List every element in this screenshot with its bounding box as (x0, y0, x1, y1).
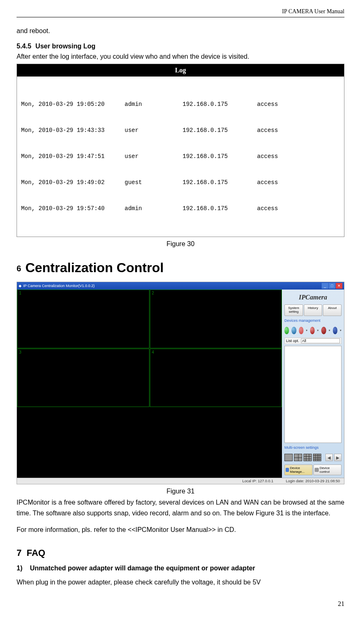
status-login-date: Login date: 2010-03-29 21:08:50 (286, 479, 340, 483)
section-6-heading: 6Centralization Control (17, 260, 344, 275)
video-cell-2[interactable]: 2 (150, 290, 282, 348)
faq-1-heading: 1)Unmatched power adapter will damage th… (17, 565, 344, 572)
settings-icon[interactable] (333, 327, 337, 334)
faq-1-text: When plug in the power adapter, please c… (17, 577, 344, 588)
section-7-num: 7 (17, 548, 22, 558)
faq-1-title: Unmatched power adapter will damage the … (30, 565, 255, 572)
log-body: Mon, 2010-03-29 19:05:20admin192.168.0.1… (17, 77, 344, 237)
sidebar: IPCamera System setting History About De… (282, 290, 344, 478)
device-list[interactable] (284, 346, 342, 443)
video-grid: 1 2 3 4 (17, 290, 282, 478)
history-button[interactable]: History (304, 304, 322, 316)
devices-management-label: Devices management (284, 318, 342, 323)
list-opt-select[interactable]: All (301, 338, 340, 343)
log-row: Mon, 2010-03-29 19:57:40admin192.168.0.1… (21, 204, 340, 213)
list-opt-row: List opt. All (284, 338, 342, 344)
subsection-545-text: After enter the log interface, you could… (17, 51, 344, 62)
subsection-545-heading: 5.4.5User browsing Log (17, 43, 344, 50)
ipc-paragraph-2: For more information, pls. refer to the … (17, 524, 344, 535)
minimize-button[interactable]: _ (322, 283, 328, 289)
refresh-icon[interactable] (299, 327, 303, 334)
status-bar: Local IP: 127.0.0.1 Login date: 2010-03-… (17, 478, 344, 484)
device-icons: ▾ ▾ ▾ ▾ (284, 325, 342, 336)
section-7-title: FAQ (26, 548, 45, 558)
status-local-ip: Local IP: 127.0.0.1 (242, 479, 273, 483)
video-area-bottom (17, 407, 282, 478)
window-title: IP Camera Centralization Monitor(V1.0.0.… (23, 284, 94, 288)
add-icon[interactable] (284, 327, 289, 334)
delete-icon[interactable] (310, 327, 315, 334)
close-button[interactable]: ✕ (336, 283, 342, 289)
page-number: 21 (17, 600, 344, 608)
record-icon[interactable] (321, 327, 326, 334)
grid-1-icon[interactable] (284, 454, 293, 461)
faq-1-num: 1) (17, 565, 22, 572)
log-row: Mon, 2010-03-29 19:43:33user192.168.0.17… (21, 126, 340, 135)
window-controls: _ □ ✕ (322, 283, 342, 289)
device-control-tab[interactable]: Device control (313, 464, 342, 475)
multiscreen-label: Multi-screen settings (284, 445, 342, 450)
system-setting-button[interactable]: System setting (284, 304, 303, 316)
log-header: Log (17, 64, 344, 77)
ipcamera-logo: IPCamera (284, 292, 342, 303)
app-icon: ◆ (19, 284, 22, 288)
video-cell-3[interactable]: 3 (17, 349, 149, 407)
multiscreen-icons: ◀ ▶ (284, 452, 342, 463)
subsection-545-num: 5.4.5 (17, 43, 31, 50)
device-control-icon (315, 468, 319, 472)
window-titlebar: ◆ IP Camera Centralization Monitor(V1.0.… (17, 282, 344, 290)
log-row: Mon, 2010-03-29 19:05:20admin192.168.0.1… (21, 100, 340, 109)
video-cell-1[interactable]: 1 (17, 290, 149, 348)
figure-30-caption: Figure 30 (17, 240, 344, 248)
log-row: Mon, 2010-03-29 19:47:51user192.168.0.17… (21, 152, 340, 161)
centralization-screenshot: ◆ IP Camera Centralization Monitor(V1.0.… (17, 282, 344, 484)
section-6-num: 6 (17, 264, 21, 273)
maximize-button[interactable]: □ (329, 283, 335, 289)
subsection-545-title: User browsing Log (36, 43, 96, 50)
intro-text: and reboot. (17, 26, 344, 36)
next-button[interactable]: ▶ (334, 454, 342, 461)
about-button[interactable]: About (323, 304, 342, 316)
grid-16-icon[interactable] (313, 454, 321, 461)
log-screenshot: Log Mon, 2010-03-29 19:05:20admin192.168… (17, 64, 344, 237)
section-6-title: Centralization Control (25, 260, 164, 275)
prev-button[interactable]: ◀ (325, 454, 333, 461)
log-row: Mon, 2010-03-29 19:49:02guest192.168.0.1… (21, 178, 340, 187)
grid-4-icon[interactable] (294, 454, 302, 461)
device-manage-icon (286, 468, 289, 472)
section-7-heading: 7FAQ (17, 548, 344, 558)
list-opt-label: List opt. (286, 339, 299, 343)
grid-9-icon[interactable] (303, 454, 312, 461)
page-header-title: IP CAMERA User Manual (17, 8, 344, 15)
figure-31-caption: Figure 31 (17, 488, 344, 495)
ipc-paragraph-1: IPCMonitor is a free software offered by… (17, 497, 344, 518)
device-manage-tab[interactable]: Device Manage... (284, 464, 313, 475)
video-cell-4[interactable]: 4 (150, 349, 282, 407)
header-divider (17, 17, 344, 17)
globe-icon[interactable] (291, 327, 296, 334)
